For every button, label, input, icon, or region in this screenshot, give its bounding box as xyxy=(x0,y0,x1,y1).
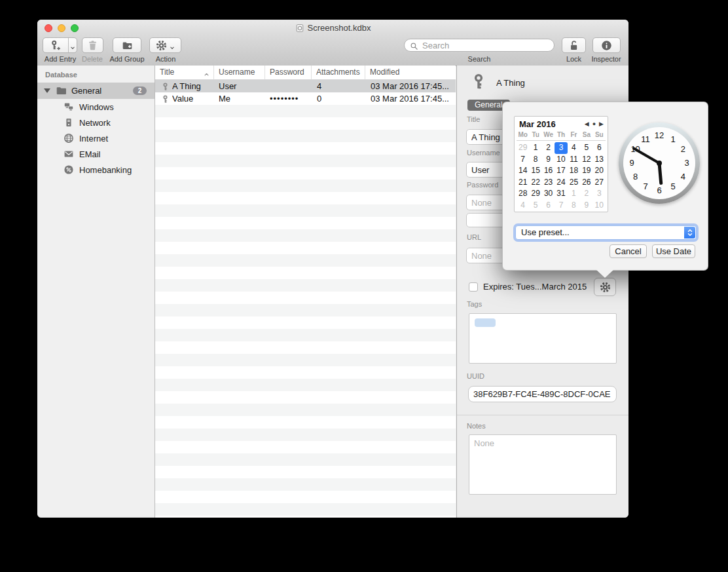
calendar-day[interactable]: 6 xyxy=(593,142,606,154)
calendar-prev-button[interactable]: ◀ xyxy=(585,121,589,127)
calendar-day[interactable]: 13 xyxy=(593,154,606,166)
calendar-day[interactable]: 29 xyxy=(517,142,529,154)
zoom-window-button[interactable] xyxy=(71,24,79,32)
clock-hour-hand[interactable] xyxy=(658,163,663,185)
sidebar-item-windows[interactable]: Windows xyxy=(37,99,155,115)
expires-checkbox[interactable] xyxy=(469,282,478,292)
calendar-today-button[interactable]: ● xyxy=(592,121,596,127)
column-header-modified[interactable]: Modified xyxy=(365,66,456,79)
calendar-next-button[interactable]: ▶ xyxy=(599,121,604,127)
sidebar-item-email[interactable]: EMail xyxy=(37,146,155,162)
calendar-day[interactable]: 28 xyxy=(517,188,529,200)
calendar-day[interactable]: 20 xyxy=(593,165,606,177)
notes-box[interactable] xyxy=(469,434,617,495)
calendar-day[interactable]: 25 xyxy=(568,177,580,189)
delete-button[interactable] xyxy=(82,37,103,53)
minimize-window-button[interactable] xyxy=(58,24,65,32)
calendar-day[interactable]: 9 xyxy=(580,200,592,212)
chevron-down-icon[interactable] xyxy=(69,42,76,48)
calendar-day-selected[interactable]: 3 xyxy=(555,142,567,154)
calendar-day[interactable]: 16 xyxy=(542,165,555,177)
calendar-day[interactable]: 30 xyxy=(542,188,555,200)
calendar-day-header: We xyxy=(542,130,555,139)
uuid-field[interactable] xyxy=(468,386,617,402)
calendar-day[interactable]: 3 xyxy=(593,188,606,200)
sidebar-item-homebanking[interactable]: Homebanking xyxy=(37,162,155,178)
close-window-button[interactable] xyxy=(45,24,52,32)
calendar-day[interactable]: 31 xyxy=(555,188,567,200)
table-row[interactable]: A ThingUser403 Mar 2016 17:45... xyxy=(155,80,456,92)
entry-title-cell: Value xyxy=(172,92,213,105)
calendar-day[interactable]: 1 xyxy=(529,142,541,154)
calendar-day[interactable]: 23 xyxy=(542,177,555,189)
add-entry-button[interactable] xyxy=(43,37,77,53)
sidebar-item-network[interactable]: Network xyxy=(37,115,155,130)
calendar-day[interactable]: 2 xyxy=(542,142,555,154)
inspector-label: Inspector xyxy=(585,55,628,64)
calendar-day[interactable]: 7 xyxy=(555,200,567,212)
calendar-day[interactable]: 8 xyxy=(568,200,580,212)
column-header-attachments[interactable]: Attachments xyxy=(312,66,365,79)
calendar-day[interactable]: 5 xyxy=(580,142,592,154)
calendar-day[interactable]: 4 xyxy=(517,200,529,212)
stepper-icon[interactable] xyxy=(684,227,695,238)
calendar-day[interactable]: 18 xyxy=(568,165,580,177)
expiry-date-gear-button[interactable] xyxy=(594,278,616,296)
table-body[interactable]: A ThingUser403 Mar 2016 17:45...ValueMe•… xyxy=(155,80,456,518)
column-header-username[interactable]: Username xyxy=(214,66,265,79)
calendar-day[interactable]: 10 xyxy=(555,154,567,166)
clock-number: 2 xyxy=(678,144,688,155)
calendar-day[interactable]: 29 xyxy=(529,188,541,200)
calendar-day[interactable]: 19 xyxy=(580,165,592,177)
add-group-button[interactable] xyxy=(113,37,141,53)
action-button[interactable] xyxy=(149,37,181,53)
calendar-day[interactable]: 8 xyxy=(529,154,541,166)
tag-token[interactable] xyxy=(475,318,496,327)
sidebar-item-general[interactable]: General 2 xyxy=(37,83,155,99)
calendar-day[interactable]: 21 xyxy=(517,177,529,189)
calendar-day[interactable]: 4 xyxy=(568,142,580,154)
calendar-day[interactable]: 12 xyxy=(580,154,592,166)
calendar-day[interactable]: 22 xyxy=(529,177,541,189)
calendar-day[interactable]: 9 xyxy=(542,154,555,166)
use-preset-dropdown[interactable]: Use preset... xyxy=(515,225,697,240)
calendar-day[interactable]: 17 xyxy=(555,165,567,177)
calendar-day[interactable]: 10 xyxy=(593,200,606,212)
calendar-day[interactable]: 11 xyxy=(568,154,580,166)
column-header-password[interactable]: Password xyxy=(265,66,312,79)
tags-box[interactable] xyxy=(469,313,617,364)
calendar-day[interactable]: 1 xyxy=(568,188,580,200)
analog-clock[interactable]: 123456789101112 xyxy=(619,123,700,204)
calendar-month-title: Mar 2016 xyxy=(519,119,556,129)
calendar-day[interactable]: 24 xyxy=(555,177,567,189)
calendar-day[interactable]: 6 xyxy=(542,200,555,212)
column-header-title[interactable]: Title xyxy=(155,66,214,79)
disclosure-triangle-icon[interactable] xyxy=(44,88,50,93)
calendar-day[interactable]: 7 xyxy=(517,154,529,166)
search-label: Search xyxy=(404,55,555,64)
sidebar-item-internet[interactable]: Internet xyxy=(37,130,155,146)
calendar-grid[interactable]: 2912345678910111213141516171819202122232… xyxy=(517,142,606,211)
sidebar-item-label: Network xyxy=(79,118,111,128)
calendar-day[interactable]: 14 xyxy=(517,165,529,177)
sidebar-item-label: Internet xyxy=(79,134,108,143)
gear-icon xyxy=(156,40,167,51)
calendar-day[interactable]: 27 xyxy=(593,177,606,189)
calendar-day[interactable]: 15 xyxy=(529,165,541,177)
window-title: Screenshot.kdbx xyxy=(308,23,371,33)
cancel-button[interactable]: Cancel xyxy=(610,244,647,258)
search-field[interactable] xyxy=(404,39,555,52)
titlebar[interactable]: Screenshot.kdbx xyxy=(37,20,628,36)
use-preset-value: Use preset... xyxy=(521,227,570,237)
lock-button[interactable] xyxy=(562,37,586,53)
use-date-button[interactable]: Use Date xyxy=(652,244,695,258)
windows-icon xyxy=(64,102,74,112)
calendar-day[interactable]: 5 xyxy=(529,200,541,212)
table-row[interactable]: ValueMe••••••••003 Mar 2016 17:45... xyxy=(155,92,456,105)
search-input[interactable] xyxy=(421,40,549,51)
clock-number: 4 xyxy=(678,172,688,182)
clock-number: 7 xyxy=(640,181,651,192)
calendar-day[interactable]: 26 xyxy=(580,177,592,189)
calendar-day[interactable]: 2 xyxy=(580,188,592,200)
inspector-button[interactable] xyxy=(592,37,621,53)
